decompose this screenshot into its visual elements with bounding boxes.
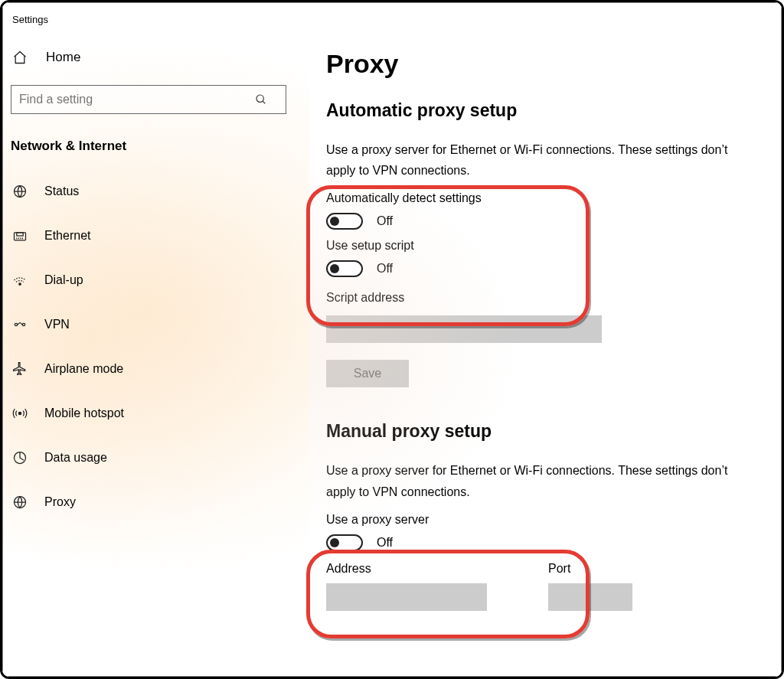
script-address-label: Script address xyxy=(326,291,750,305)
sidebar-item-label: Dial-up xyxy=(44,273,83,287)
address-input[interactable] xyxy=(326,583,487,611)
use-proxy-label: Use a proxy server xyxy=(326,513,750,527)
sidebar-item-vpn[interactable]: VPN xyxy=(3,302,309,347)
auto-description: Use a proxy server for Ethernet or Wi-Fi… xyxy=(326,139,740,181)
home-label: Home xyxy=(46,50,80,65)
sidebar-item-status[interactable]: Status xyxy=(3,169,309,214)
data-icon xyxy=(12,450,28,465)
search-field[interactable] xyxy=(11,93,255,106)
script-label: Use setup script xyxy=(326,239,750,253)
status-icon xyxy=(12,184,28,199)
save-button[interactable]: Save xyxy=(326,360,409,387)
search-icon xyxy=(255,93,286,106)
svg-point-6 xyxy=(22,323,24,325)
vpn-icon xyxy=(12,317,28,332)
sidebar-item-label: Mobile hotspot xyxy=(44,406,124,420)
section-title: Network & Internet xyxy=(3,129,309,169)
svg-point-5 xyxy=(15,323,17,325)
page-title: Proxy xyxy=(326,49,750,79)
use-proxy-toggle[interactable] xyxy=(326,534,363,551)
svg-point-7 xyxy=(18,412,21,414)
sidebar-item-label: Proxy xyxy=(44,495,76,509)
script-toggle[interactable] xyxy=(326,260,363,277)
sidebar: Settings Home Network & Internet StatusE… xyxy=(3,3,309,676)
detect-toggle[interactable] xyxy=(326,213,363,230)
sidebar-item-label: Data usage xyxy=(44,451,107,465)
sidebar-item-label: Airplane mode xyxy=(44,362,123,376)
airplane-icon xyxy=(12,361,28,377)
sidebar-item-proxy[interactable]: Proxy xyxy=(3,480,309,524)
sidebar-item-mobile-hotspot[interactable]: Mobile hotspot xyxy=(3,391,309,436)
svg-rect-2 xyxy=(15,233,26,240)
ethernet-icon xyxy=(12,228,28,243)
sidebar-item-dial-up[interactable]: Dial-up xyxy=(3,258,309,302)
sidebar-item-airplane-mode[interactable]: Airplane mode xyxy=(3,347,309,391)
sidebar-item-ethernet[interactable]: Ethernet xyxy=(3,214,309,258)
svg-point-0 xyxy=(256,95,263,102)
hotspot-icon xyxy=(12,406,28,421)
use-proxy-state: Off xyxy=(377,536,393,550)
sidebar-item-data-usage[interactable]: Data usage xyxy=(3,436,309,480)
detect-label: Automatically detect settings xyxy=(326,191,750,205)
svg-point-4 xyxy=(19,283,21,286)
script-state: Off xyxy=(377,262,393,276)
port-label: Port xyxy=(548,562,632,576)
sidebar-item-label: VPN xyxy=(44,318,70,331)
dialup-icon xyxy=(12,273,28,288)
svg-rect-3 xyxy=(17,233,23,236)
proxy-icon xyxy=(12,495,28,510)
home-icon xyxy=(12,50,28,65)
script-address-input[interactable] xyxy=(326,315,602,343)
sidebar-item-label: Status xyxy=(44,184,79,198)
search-input[interactable] xyxy=(11,85,286,114)
address-label: Address xyxy=(326,562,487,576)
main-content: Proxy Automatic proxy setup Use a proxy … xyxy=(309,3,781,676)
manual-heading: Manual proxy setup xyxy=(326,421,750,442)
auto-heading: Automatic proxy setup xyxy=(326,100,750,121)
window-title: Settings xyxy=(3,11,309,41)
manual-description: Use a proxy server for Ethernet or Wi-Fi… xyxy=(326,460,740,501)
sidebar-item-home[interactable]: Home xyxy=(3,41,309,74)
sidebar-item-label: Ethernet xyxy=(44,229,90,243)
detect-state: Off xyxy=(377,214,393,228)
port-input[interactable] xyxy=(548,583,632,611)
